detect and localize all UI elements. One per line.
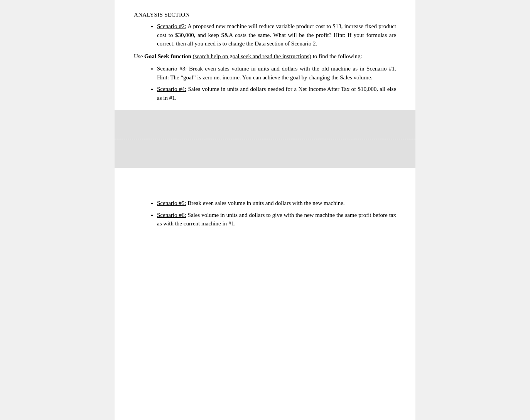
page-container: ANALYSIS SECTION Scenario #2: A proposed… (115, 0, 415, 420)
bottom-content: Scenario #5: Break even sales volume in … (134, 199, 396, 228)
list-item-scenario3: Scenario #3: Break even sales volume in … (157, 64, 396, 82)
scenario3-text: Break even sales volume in units and dol… (157, 66, 396, 81)
goal-seek-paragraph: Use Goal Seek function (search help on g… (134, 52, 396, 61)
goal-seek-intro: Use (134, 53, 144, 59)
scenario2-label: Scenario #2: (157, 23, 186, 29)
list-item-scenario2: Scenario #2: A proposed new machine will… (157, 22, 396, 48)
scenario2-text: A proposed new machine will reduce varia… (157, 23, 396, 47)
goal-seek-end: to find the following: (311, 53, 362, 59)
scenario6-text: Sales volume in units and dollars to giv… (157, 212, 396, 227)
page-gray-lower (115, 139, 415, 168)
white-space (134, 168, 396, 191)
scenario3-label: Scenario #3: (157, 66, 187, 72)
list-item-scenario4: Scenario #4: Sales volume in units and d… (157, 85, 396, 102)
page-gray-upper (115, 110, 415, 139)
bullet-list-top: Scenario #2: A proposed new machine will… (157, 22, 396, 48)
scenario5-label: Scenario #5: (157, 200, 186, 206)
goal-seek-link: (search help on goal seek and read the i… (193, 53, 311, 59)
scenario4-text: Sales volume in units and dollars needed… (157, 86, 396, 101)
goal-seek-bold: Goal Seek function (144, 53, 191, 59)
scenario4-label: Scenario #4: (157, 86, 186, 92)
bullet-list-bottom: Scenario #5: Break even sales volume in … (157, 199, 396, 228)
scenario6-label: Scenario #6: (157, 212, 186, 218)
scenario5-text: Break even sales volume in units and dol… (186, 200, 344, 206)
section-title: ANALYSIS SECTION (134, 12, 396, 18)
list-item-scenario5: Scenario #5: Break even sales volume in … (157, 199, 396, 208)
bullet-list-goal-seek: Scenario #3: Break even sales volume in … (157, 64, 396, 102)
list-item-scenario6: Scenario #6: Sales volume in units and d… (157, 211, 396, 228)
